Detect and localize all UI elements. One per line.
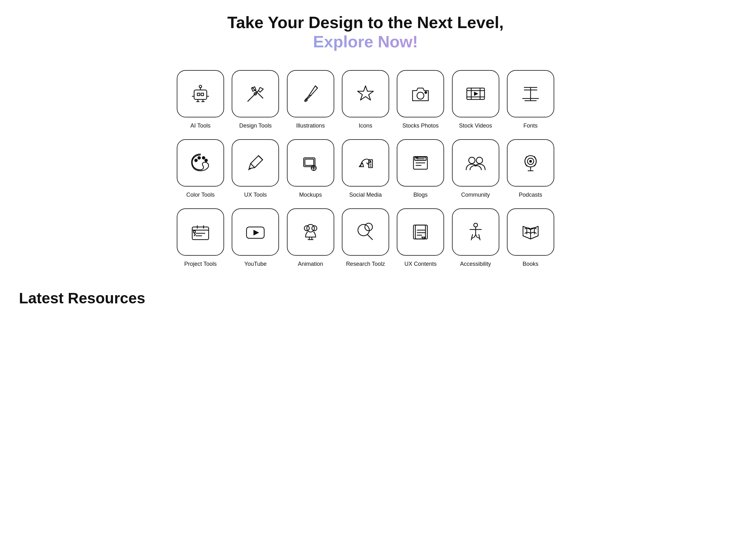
- card-illustrations[interactable]: Illustrations: [286, 70, 335, 129]
- label-social-media: Social Media: [349, 192, 382, 198]
- youtube-icon: [243, 219, 268, 245]
- card-ux-tools[interactable]: UX Tools: [231, 139, 280, 198]
- card-ux-contents[interactable]: UX Contents: [396, 208, 445, 267]
- page-header: Take Your Design to the Next Level, Expl…: [19, 13, 712, 51]
- label-podcasts: Podcasts: [519, 192, 542, 198]
- category-grid: AI Tools Design Tools Ill: [176, 70, 555, 267]
- mockup-icon: [298, 150, 323, 176]
- label-community: Community: [461, 192, 490, 198]
- label-books: Books: [523, 261, 538, 267]
- pencil-icon: [243, 150, 268, 176]
- card-color-tools[interactable]: Color Tools: [176, 139, 225, 198]
- label-design-tools: Design Tools: [239, 122, 272, 129]
- label-mockups: Mockups: [299, 192, 322, 198]
- blog-icon: [408, 150, 433, 176]
- robot-icon: [188, 81, 213, 106]
- card-podcasts[interactable]: Podcasts: [506, 139, 555, 198]
- label-fonts: Fonts: [523, 122, 538, 129]
- card-icons[interactable]: Icons: [341, 70, 390, 129]
- card-fonts[interactable]: Fonts: [506, 70, 555, 129]
- label-stocks-photos: Stocks Photos: [402, 122, 439, 129]
- icon-box-fonts: [507, 70, 554, 117]
- card-blogs[interactable]: Blogs: [396, 139, 445, 198]
- svg-point-68: [358, 224, 369, 236]
- label-ux-contents: UX Contents: [404, 261, 437, 267]
- icon-box-project-tools: [177, 208, 224, 256]
- icon-box-design-tools: [232, 70, 279, 117]
- icon-box-youtube: [232, 208, 279, 256]
- icon-box-mockups: [287, 139, 334, 187]
- icon-box-books: [507, 208, 554, 256]
- brush-icon: [298, 81, 323, 106]
- palette-icon: [188, 150, 213, 176]
- svg-rect-61: [193, 231, 195, 233]
- label-animation: Animation: [298, 261, 323, 267]
- card-mockups[interactable]: Mockups: [286, 139, 335, 198]
- card-ai-tools[interactable]: AI Tools: [176, 70, 225, 129]
- icon-box-blogs: [397, 139, 444, 187]
- card-youtube[interactable]: YouTube: [231, 208, 280, 267]
- card-community[interactable]: Community: [451, 139, 500, 198]
- card-project-tools[interactable]: Project Tools: [176, 208, 225, 267]
- icon-box-ux-tools: [232, 139, 279, 187]
- icon-box-icons: [342, 70, 389, 117]
- label-color-tools: Color Tools: [186, 192, 215, 198]
- design-icon: [243, 81, 268, 106]
- card-books[interactable]: Books: [506, 208, 555, 267]
- svg-marker-63: [253, 230, 259, 235]
- uxcontents-icon: [408, 219, 433, 245]
- svg-rect-39: [305, 159, 314, 165]
- label-blogs: Blogs: [413, 192, 428, 198]
- svg-line-70: [367, 235, 372, 240]
- svg-line-16: [315, 86, 318, 88]
- accessibility-icon: [463, 219, 488, 245]
- icon-box-research-toolz: [342, 208, 389, 256]
- icon-box-accessibility: [452, 208, 499, 256]
- svg-point-33: [202, 157, 205, 159]
- card-stocks-photos[interactable]: Stocks Photos: [396, 70, 445, 129]
- label-icons: Icons: [359, 122, 372, 129]
- label-ai-tools: AI Tools: [190, 122, 211, 129]
- svg-point-52: [476, 157, 483, 164]
- card-accessibility[interactable]: Accessibility: [451, 208, 500, 267]
- icon-box-community: [452, 139, 499, 187]
- svg-point-18: [417, 92, 424, 99]
- svg-line-36: [259, 156, 263, 160]
- header-title: Take Your Design to the Next Level,: [19, 13, 712, 32]
- project-icon: [188, 219, 213, 245]
- label-illustrations: Illustrations: [296, 122, 325, 129]
- svg-rect-0: [194, 90, 207, 99]
- card-animation[interactable]: Animation: [286, 208, 335, 267]
- icon-box-stock-videos: [452, 70, 499, 117]
- camera-icon: [408, 81, 433, 106]
- social-icon: [353, 150, 378, 176]
- label-stock-videos: Stock Videos: [459, 122, 492, 129]
- card-research-toolz[interactable]: Research Toolz: [341, 208, 390, 267]
- svg-point-4: [199, 85, 202, 88]
- star-icon: [353, 81, 378, 106]
- book-icon: [518, 219, 543, 245]
- icon-box-animation: [287, 208, 334, 256]
- svg-marker-17: [358, 86, 373, 100]
- animation-icon: [298, 219, 323, 245]
- svg-point-55: [530, 160, 532, 162]
- icon-box-color-tools: [177, 139, 224, 187]
- svg-point-19: [425, 92, 427, 93]
- latest-resources-heading: Latest Resources: [19, 289, 712, 307]
- svg-point-76: [474, 223, 478, 227]
- card-design-tools[interactable]: Design Tools: [231, 70, 280, 129]
- svg-rect-1: [197, 93, 200, 96]
- community-icon: [463, 150, 488, 176]
- label-ux-tools: UX Tools: [244, 192, 267, 198]
- svg-point-51: [469, 157, 475, 164]
- svg-line-35: [251, 164, 255, 168]
- label-accessibility: Accessibility: [460, 261, 491, 267]
- label-youtube: YouTube: [244, 261, 267, 267]
- icon-box-social-media: [342, 139, 389, 187]
- icon-box-ux-contents: [397, 208, 444, 256]
- svg-rect-2: [201, 93, 204, 96]
- video-icon: [463, 81, 488, 106]
- card-social-media[interactable]: Social Media: [341, 139, 390, 198]
- card-stock-videos[interactable]: Stock Videos: [451, 70, 500, 129]
- svg-line-14: [262, 97, 263, 98]
